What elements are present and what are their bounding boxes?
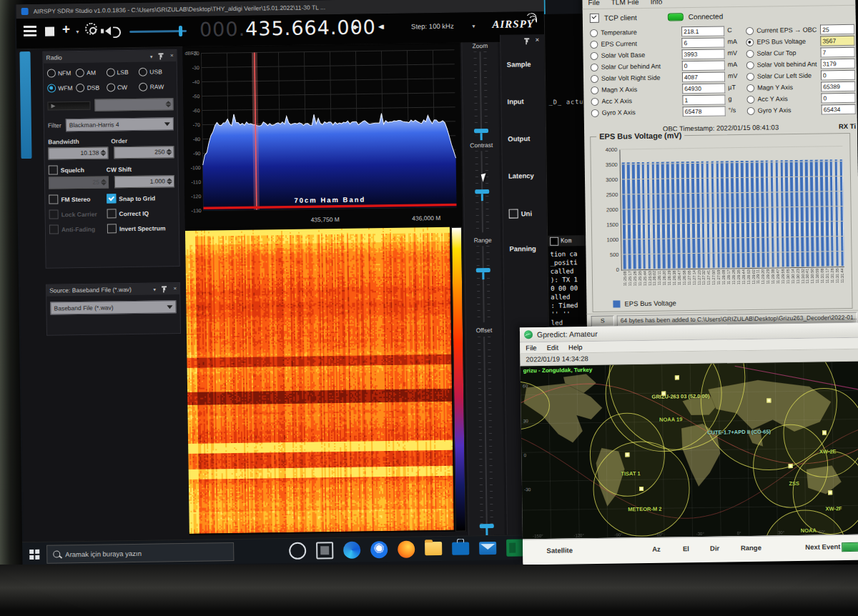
offset-slider-thumb[interactable] [480, 524, 494, 528]
add-dropdown-caret[interactable]: ▼ [75, 29, 80, 34]
field-value-input[interactable]: 0 [821, 70, 855, 81]
collapse-icon[interactable]: ▼ [152, 287, 157, 293]
field-value-input[interactable]: 25 [820, 24, 854, 35]
field-value-input[interactable]: 0 [821, 93, 855, 104]
field-value-input[interactable]: 218.1 [681, 26, 724, 36]
field-value-input[interactable]: 65434 [822, 104, 856, 115]
mail-icon[interactable] [479, 542, 496, 555]
menu-item-help[interactable]: Help [568, 343, 583, 351]
range-slider-thumb[interactable] [476, 268, 490, 272]
order-spinbox[interactable]: 250 [114, 146, 174, 159]
radio-mode-raw[interactable]: RAW [139, 82, 174, 91]
collapse-icon[interactable]: ▼ [149, 54, 154, 60]
edge-icon[interactable] [343, 542, 360, 559]
column-header-next-event[interactable]: Next Event [805, 542, 840, 551]
field-radio-button[interactable] [746, 84, 754, 91]
excel-icon[interactable] [506, 539, 523, 556]
taskview-icon[interactable] [316, 542, 333, 559]
step-selector[interactable]: Step: 100 kHz [411, 22, 454, 31]
column-header-el[interactable]: El [683, 545, 689, 552]
spectrum-svg[interactable]: -20-30-40-50-60-70-80-90-100-110-120-130… [182, 44, 462, 228]
field-value-input[interactable]: 1 [682, 94, 725, 105]
checkbox-correct-iq[interactable]: Correct IQ [107, 208, 174, 218]
shift-slider[interactable] [47, 101, 90, 110]
close-icon[interactable]: × [535, 36, 539, 44]
field-value-input[interactable]: 6 [681, 37, 724, 48]
field-radio-button[interactable] [746, 49, 754, 57]
satellite-marker[interactable] [828, 490, 832, 495]
radio-mode-usb[interactable]: USB [139, 67, 173, 76]
tune-arrows[interactable]: ◂▸ [351, 21, 358, 32]
contrast-slider-thumb[interactable] [475, 189, 489, 194]
field-radio-button[interactable] [746, 72, 754, 80]
field-radio-button[interactable] [591, 51, 598, 59]
close-icon[interactable]: × [170, 53, 174, 59]
field-radio-button[interactable] [746, 38, 754, 46]
field-radio-button[interactable] [746, 26, 754, 34]
waterfall[interactable] [185, 227, 467, 534]
field-radio-button[interactable] [747, 106, 755, 114]
field-radio-button[interactable] [591, 109, 599, 116]
field-value-input[interactable]: 65478 [683, 106, 726, 116]
field-radio-button[interactable] [746, 95, 754, 103]
satellite-marker[interactable] [767, 399, 771, 403]
volume-slider[interactable] [129, 30, 187, 33]
step-dropdown-caret[interactable]: ▼ [471, 24, 476, 29]
checkbox-fm-stereo[interactable]: FM Stereo [49, 194, 107, 204]
column-header-satellite[interactable]: Satellite [546, 546, 573, 555]
start-button[interactable] [22, 542, 46, 567]
field-radio-button[interactable] [590, 40, 598, 48]
radio-mode-dsb[interactable]: DSB [77, 83, 107, 92]
tcp-client-checkbox[interactable] [590, 14, 599, 23]
menu-item-file[interactable]: File [526, 344, 536, 352]
cortana-icon[interactable] [289, 542, 306, 560]
column-header-dir[interactable]: Dir [710, 545, 719, 552]
chrome-icon[interactable] [370, 541, 388, 558]
field-value-input[interactable]: 7 [820, 47, 854, 58]
stop-button[interactable] [45, 26, 54, 36]
waterfall-canvas[interactable] [185, 227, 454, 534]
bandwidth-spinbox[interactable]: 10.138 [48, 146, 108, 159]
satellite-marker[interactable] [822, 431, 827, 435]
field-value-input[interactable]: 64930 [682, 83, 725, 94]
satellite-marker[interactable] [639, 487, 644, 491]
field-radio-button[interactable] [591, 74, 598, 82]
zoom-slider[interactable] [472, 51, 489, 135]
radio-mode-wfm[interactable]: WFM [47, 84, 77, 93]
checkbox-invert-spectrum[interactable]: Invert Spectrum [107, 223, 175, 233]
column-header-az[interactable]: Az [652, 545, 661, 553]
menu-icon[interactable] [24, 26, 36, 36]
field-radio-button[interactable] [590, 29, 598, 36]
status-button[interactable]: S [591, 316, 614, 327]
close-icon[interactable]: × [173, 286, 177, 292]
squelch-checkbox[interactable]: Squelch [49, 164, 107, 174]
radio-mode-lsb[interactable]: LSB [106, 68, 139, 77]
menu-item-tlm-file[interactable]: TLM File [611, 0, 639, 6]
field-radio-button[interactable] [591, 86, 598, 94]
satellite-marker[interactable] [789, 464, 793, 468]
satellite-marker[interactable] [625, 452, 629, 457]
satellite-marker[interactable] [675, 376, 679, 380]
offset-slider[interactable] [476, 337, 495, 530]
field-value-input[interactable]: 0 [682, 60, 725, 71]
checkbox-snap-to-grid[interactable]: Snap to Grid [107, 193, 174, 203]
radio-mode-cw[interactable]: CW [107, 83, 139, 92]
source-dropdown[interactable]: Baseband File (*.wav) [50, 300, 176, 314]
field-value-input[interactable]: 3993 [681, 49, 724, 59]
field-value-input[interactable]: 4087 [682, 71, 725, 82]
field-radio-button[interactable] [591, 97, 598, 105]
explorer-icon[interactable] [425, 542, 442, 555]
column-header-range[interactable]: Range [741, 544, 761, 552]
radio-mode-am[interactable]: AM [76, 68, 106, 77]
shift-spinbox[interactable] [94, 98, 173, 111]
field-value-input[interactable]: 65389 [821, 81, 855, 92]
satellite-marker[interactable] [661, 392, 666, 396]
rewind-icon[interactable]: ◂◂ [378, 21, 380, 31]
squelch-spinbox[interactable]: 25 [49, 176, 109, 189]
field-radio-button[interactable] [746, 61, 754, 69]
pin-icon[interactable] [161, 286, 167, 292]
field-value-input[interactable]: 3567 [820, 36, 854, 46]
store-icon[interactable] [452, 542, 469, 555]
filter-dropdown[interactable]: Blackman-Harris 4 [66, 117, 174, 131]
settings-gear-icon[interactable] [85, 23, 97, 35]
